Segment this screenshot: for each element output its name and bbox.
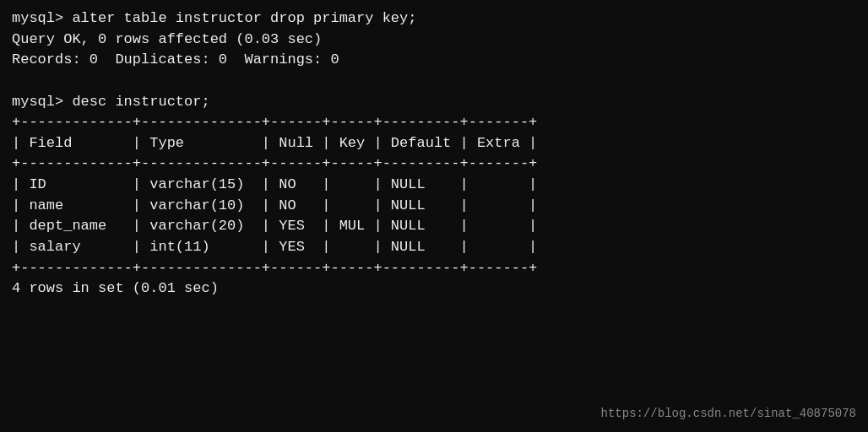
terminal-line: +-------------+--------------+------+---…: [12, 154, 856, 175]
empty-line: [12, 71, 856, 92]
terminal-line: Records: 0 Duplicates: 0 Warnings: 0: [12, 50, 856, 71]
terminal-line: 4 rows in set (0.01 sec): [12, 278, 856, 300]
terminal-line: +-------------+--------------+------+---…: [12, 258, 856, 279]
terminal-line: Query OK, 0 rows affected (0.03 sec): [12, 30, 856, 51]
terminal-line: | name | varchar(10) | NO | | NULL | |: [12, 196, 856, 217]
terminal-window: mysql> alter table instructor drop prima…: [12, 8, 856, 424]
terminal-line: mysql> desc instructor;: [12, 92, 856, 113]
terminal-line: | ID | varchar(15) | NO | | NULL | |: [12, 175, 856, 196]
terminal-line: mysql> alter table instructor drop prima…: [12, 8, 856, 30]
watermark: https://blog.csdn.net/sinat_40875078: [601, 405, 856, 422]
terminal-line: | salary | int(11) | YES | | NULL | |: [12, 237, 856, 258]
terminal-line: | dept_name | varchar(20) | YES | MUL | …: [12, 216, 856, 237]
terminal-line: +-------------+--------------+------+---…: [12, 112, 856, 133]
terminal-line: | Field | Type | Null | Key | Default | …: [12, 133, 856, 154]
